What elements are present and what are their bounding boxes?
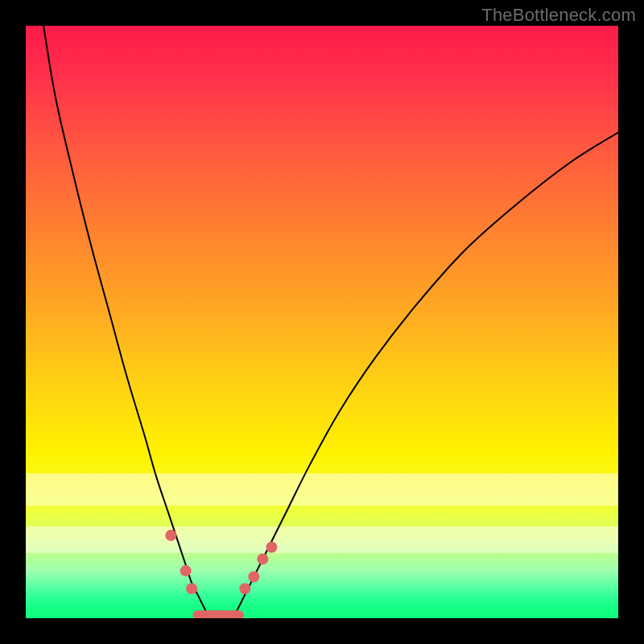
- series-left-curve: [43, 26, 209, 618]
- marker-dot: [248, 571, 259, 582]
- marker-dot: [266, 542, 277, 553]
- watermark-text: TheBottleneck.com: [481, 5, 636, 26]
- marker-dot: [257, 553, 268, 564]
- chart-stage: TheBottleneck.com: [0, 0, 644, 644]
- marker-dot: [239, 583, 250, 594]
- series-right-curve: [233, 132, 618, 618]
- marker-dot: [180, 565, 192, 576]
- curves-svg: [26, 26, 618, 618]
- marker-dot: [165, 530, 176, 541]
- marker-dot: [186, 583, 197, 594]
- plot-area: [26, 26, 618, 618]
